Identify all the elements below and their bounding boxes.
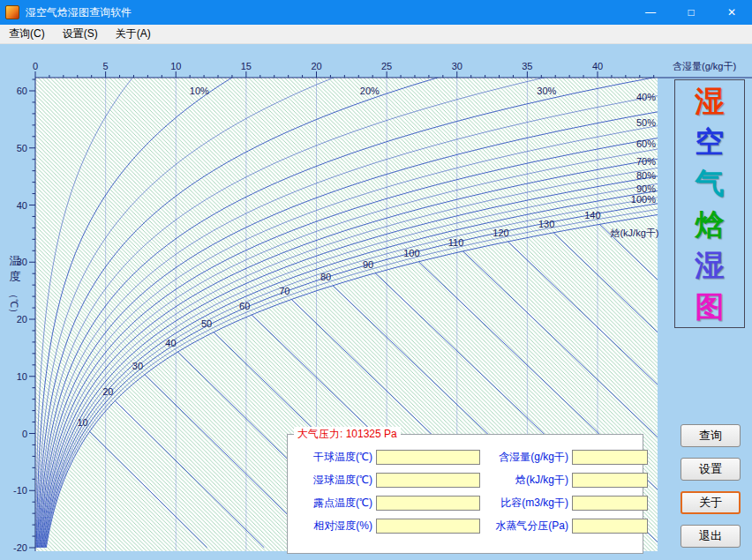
minimize-button[interactable]: — (630, 0, 671, 25)
field-label: 比容(m3/kg干) (484, 496, 568, 511)
menu-item-2[interactable]: 关于(A) (107, 24, 160, 44)
enthalpy-label: 140 (584, 210, 600, 220)
rh-curve-label: 40% (636, 92, 656, 102)
app-art-char: 图 (696, 292, 725, 321)
exit-button[interactable]: 退出 (681, 525, 741, 548)
enthalpy-label: 60 (239, 301, 250, 311)
x-tick-label: 25 (381, 61, 392, 71)
window-controls: — □ ✕ (630, 0, 752, 25)
x-tick-label: 35 (522, 61, 532, 71)
client-area: 102030405060708090100110120130140焓(kJ/kg… (0, 44, 752, 560)
y-tick-label: 40 (17, 200, 27, 211)
query-button[interactable]: 查询 (681, 424, 741, 447)
x-tick-label: 40 (592, 61, 603, 71)
enthalpy-label: 130 (538, 219, 554, 229)
enthalpy-label: 50 (201, 318, 212, 329)
enthalpy-label: 90 (363, 259, 373, 270)
y-axis-unit: （℃） (9, 289, 19, 317)
x-tick-label: 20 (311, 61, 321, 71)
settings-button[interactable]: 设置 (681, 458, 741, 481)
y-tick-label: 50 (17, 143, 27, 153)
rh-curve-label: 10% (190, 86, 209, 96)
field-label: 水蒸气分压(Pa) (484, 519, 568, 534)
rh-curve-label: 100% (631, 194, 656, 205)
y-axis-title: 度 (10, 270, 21, 283)
relative-humidity-input[interactable] (376, 519, 480, 534)
field-label: 干球温度(℃) (295, 450, 372, 465)
enthalpy-axis-title: 焓(kJ/kg干) (610, 228, 658, 238)
pressure-label: 大气压力: 101325 Pa (294, 427, 401, 442)
enthalpy-label: 40 (165, 338, 176, 348)
rh-curve-label: 90% (636, 183, 656, 194)
menu-bar: 查询(C)设置(S)关于(A) (0, 25, 752, 44)
y-axis-title: 温 (10, 254, 21, 267)
app-title-panel: 湿空气焓湿图 (674, 79, 745, 328)
rh-curve-label: 80% (636, 170, 656, 181)
enthalpy-label: 120 (493, 228, 508, 238)
y-tick-label: -20 (13, 542, 27, 553)
app-art-char: 气 (696, 168, 725, 198)
specific-volume-input[interactable] (572, 496, 648, 511)
window-title: 湿空气焓湿图查询软件 (26, 5, 132, 20)
enthalpy-label: 110 (448, 237, 464, 248)
rh-curve-label: 30% (537, 86, 556, 96)
app-art-char: 空 (696, 127, 725, 156)
menu-item-0[interactable]: 查询(C) (0, 24, 54, 44)
about-button[interactable]: 关于 (681, 491, 741, 514)
y-tick-label: -10 (13, 485, 27, 496)
enthalpy-label: 70 (279, 286, 290, 296)
x-axis-title: 含湿量(g/kg干) (673, 61, 736, 71)
menu-item-1[interactable]: 设置(S) (54, 24, 107, 44)
dry-bulb-input[interactable] (376, 450, 480, 465)
x-tick-label: 30 (452, 61, 462, 71)
app-art-char: 焓 (696, 210, 725, 239)
x-tick-label: 15 (241, 61, 252, 71)
y-tick-label: 60 (17, 86, 27, 96)
maximize-button[interactable]: □ (671, 0, 711, 25)
rh-curve-label: 20% (360, 86, 380, 96)
field-label: 焓(kJ/kg干) (484, 473, 568, 488)
result-panel: 大气压力: 101325 Pa 干球温度(℃)含湿量(g/kg干)湿球温度(℃)… (287, 434, 643, 554)
close-button[interactable]: ✕ (711, 0, 752, 25)
dew-point-input[interactable] (376, 496, 480, 511)
result-fields: 干球温度(℃)含湿量(g/kg干)湿球温度(℃)焓(kJ/kg干)露点温度(℃)… (288, 435, 643, 534)
field-label: 含湿量(g/kg干) (484, 450, 568, 465)
rh-curve-label: 60% (636, 138, 656, 149)
rh-curve-label: 50% (636, 117, 656, 128)
x-tick-label: 0 (33, 61, 38, 71)
enthalpy-label: 100 (403, 248, 419, 258)
app-window: 湿空气焓湿图查询软件 — □ ✕ 查询(C)设置(S)关于(A) 1020304… (0, 0, 752, 560)
enthalpy-label: 20 (102, 386, 113, 397)
vapor-pressure-input[interactable] (572, 519, 648, 534)
humidity-ratio-input[interactable] (572, 450, 648, 465)
field-label: 露点温度(℃) (295, 496, 372, 511)
field-label: 相对湿度(%) (295, 519, 372, 534)
enthalpy-label: 80 (320, 272, 331, 282)
wet-bulb-input[interactable] (376, 473, 480, 488)
rh-curve-label: 70% (636, 156, 656, 167)
app-icon (5, 5, 19, 19)
action-buttons: 查询设置关于退出 (681, 424, 741, 548)
enthalpy-label: 30 (132, 361, 143, 371)
y-tick-label: 10 (17, 371, 27, 382)
app-art-char: 湿 (696, 86, 725, 116)
title-bar: 湿空气焓湿图查询软件 — □ ✕ (0, 0, 752, 25)
x-tick-label: 10 (170, 61, 181, 71)
y-tick-label: 0 (22, 429, 27, 439)
field-label: 湿球温度(℃) (295, 473, 372, 488)
app-art-char: 湿 (696, 250, 725, 280)
x-tick-label: 5 (103, 61, 109, 71)
enthalpy-input[interactable] (572, 473, 648, 488)
enthalpy-label: 10 (77, 417, 87, 428)
